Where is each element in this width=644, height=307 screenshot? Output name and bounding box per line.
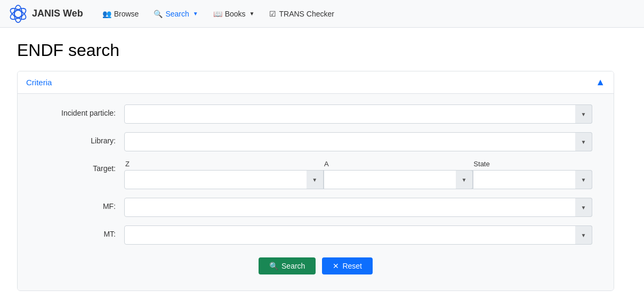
search-dropdown-icon: ▼ <box>193 11 198 17</box>
incident-particle-row: Incident particle: ▼ <box>18 104 614 124</box>
trans-checker-label: TRANS Checker <box>279 10 334 18</box>
mt-row: MT: ▼ <box>18 225 614 245</box>
incident-particle-select[interactable] <box>124 104 592 124</box>
target-row: Target: Z A State ▼ <box>18 160 614 189</box>
target-z-wrapper: ▼ <box>124 170 324 189</box>
mf-select-wrapper: ▼ <box>124 198 592 217</box>
target-z-select[interactable] <box>124 170 324 189</box>
criteria-title: Criteria <box>26 78 52 87</box>
svg-point-3 <box>14 5 22 22</box>
page-title: ENDF search <box>17 41 627 60</box>
search-label: Search <box>165 10 189 18</box>
target-headers: Z A State <box>124 160 592 168</box>
collapse-button[interactable]: ▲ <box>595 77 605 88</box>
target-z-header: Z <box>124 160 323 168</box>
reset-button[interactable]: ✕ Reset <box>322 257 373 274</box>
target-a-header: A <box>323 160 472 168</box>
target-a-wrapper: ▼ <box>324 170 473 189</box>
criteria-panel: Criteria ▲ Incident particle: ▼ Library: <box>17 71 614 291</box>
nav-items: 👥 Browse 🔍 Search ▼ 📖 Books ▼ ☑ TRANS Ch… <box>96 5 341 22</box>
library-select-wrapper: ▼ <box>124 132 592 151</box>
target-inputs: ▼ ▼ ▼ <box>124 170 592 189</box>
navbar: JANIS Web 👥 Browse 🔍 Search ▼ 📖 Books ▼ … <box>0 0 644 28</box>
criteria-header: Criteria ▲ <box>18 71 614 94</box>
library-label: Library: <box>18 132 124 145</box>
target-fields: Z A State ▼ <box>124 160 592 189</box>
target-state-wrapper: ▼ <box>473 170 592 189</box>
search-button-label: Search <box>281 262 305 270</box>
incident-particle-label: Incident particle: <box>18 104 124 117</box>
search-button-icon: 🔍 <box>269 262 278 270</box>
brand-name: JANIS Web <box>32 8 83 19</box>
library-row: Library: ▼ <box>18 132 614 151</box>
criteria-body: Incident particle: ▼ Library: ▼ <box>18 94 614 290</box>
mf-select[interactable] <box>124 198 592 217</box>
target-state-select[interactable] <box>473 170 592 189</box>
reset-button-icon: ✕ <box>333 262 339 270</box>
target-a-select[interactable] <box>324 170 473 189</box>
mf-row: MF: ▼ <box>18 198 614 217</box>
target-state-header: State <box>472 160 592 168</box>
sidebar-item-browse[interactable]: 👥 Browse <box>96 5 146 22</box>
mt-label: MT: <box>18 225 124 238</box>
target-label: Target: <box>18 160 124 173</box>
mt-select-wrapper: ▼ <box>124 225 592 245</box>
logo-icon <box>9 4 28 23</box>
sidebar-item-search[interactable]: 🔍 Search ▼ <box>147 5 204 22</box>
search-button[interactable]: 🔍 Search <box>259 257 316 274</box>
reset-button-label: Reset <box>342 262 362 270</box>
browse-icon: 👥 <box>102 10 111 18</box>
brand-logo[interactable]: JANIS Web <box>9 4 83 23</box>
books-dropdown-icon: ▼ <box>249 11 255 17</box>
browse-label: Browse <box>114 10 139 18</box>
library-select[interactable] <box>124 132 592 151</box>
mf-label: MF: <box>18 198 124 211</box>
trans-icon: ☑ <box>269 10 276 18</box>
search-icon: 🔍 <box>154 10 163 18</box>
incident-particle-select-wrapper: ▼ <box>124 104 592 124</box>
sidebar-item-books[interactable]: 📖 Books ▼ <box>207 5 261 22</box>
buttons-row: 🔍 Search ✕ Reset <box>18 257 614 274</box>
page-content: ENDF search Criteria ▲ Incident particle… <box>0 28 644 304</box>
sidebar-item-trans-checker[interactable]: ☑ TRANS Checker <box>263 5 340 22</box>
books-icon: 📖 <box>213 10 222 18</box>
mt-select[interactable] <box>124 225 592 245</box>
books-label: Books <box>225 10 246 18</box>
